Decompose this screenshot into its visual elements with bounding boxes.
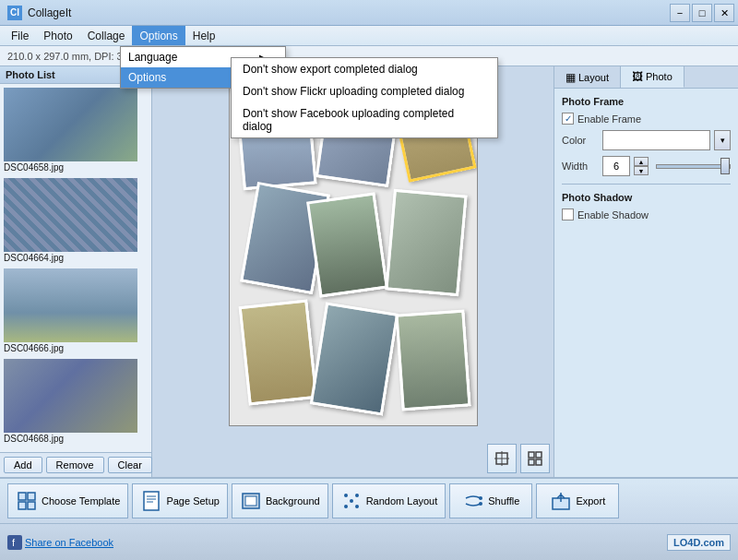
minimize-button[interactable]: − bbox=[670, 4, 690, 22]
width-up-button[interactable]: ▲ bbox=[634, 157, 649, 166]
photo-thumbnail-2 bbox=[4, 178, 137, 252]
menu-file[interactable]: File bbox=[4, 26, 36, 45]
photo-thumbnail-1 bbox=[4, 88, 137, 161]
menu-collage[interactable]: Collage bbox=[80, 26, 133, 45]
svg-rect-6 bbox=[536, 459, 542, 465]
collage-photo-9 bbox=[395, 310, 470, 411]
svg-point-21 bbox=[355, 505, 359, 508]
color-row: Color ▾ bbox=[562, 130, 731, 150]
svg-rect-9 bbox=[18, 502, 26, 509]
shuffle-label: Shuffle bbox=[488, 495, 519, 506]
tab-photo[interactable]: 🖼 Photo bbox=[621, 66, 684, 88]
close-button[interactable]: ✕ bbox=[714, 4, 734, 22]
menu-help[interactable]: Help bbox=[185, 26, 223, 45]
page-setup-icon bbox=[140, 490, 162, 512]
enable-shadow-row: Enable Shadow bbox=[562, 209, 731, 220]
width-label: Width bbox=[562, 161, 599, 172]
choose-template-button[interactable]: Choose Template bbox=[7, 483, 128, 518]
svg-point-17 bbox=[344, 494, 348, 497]
document-info: 210.0 x 297.0 mm, DPI: 300 bbox=[7, 51, 134, 62]
collage-photo-7 bbox=[238, 299, 317, 405]
shuffle-button[interactable]: Shuffle bbox=[449, 483, 532, 518]
svg-point-22 bbox=[479, 496, 482, 500]
random-layout-label: Random Layout bbox=[366, 495, 438, 506]
options-label: Options bbox=[128, 71, 166, 84]
svg-rect-10 bbox=[28, 502, 35, 509]
remove-button[interactable]: Remove bbox=[46, 457, 104, 473]
menu-photo[interactable]: Photo bbox=[36, 26, 79, 45]
photo-list-buttons: Add Remove Clear bbox=[0, 452, 151, 477]
crop-button[interactable] bbox=[487, 444, 517, 473]
no-facebook-dialog-item[interactable]: Don't show Facebook uploading completed … bbox=[232, 102, 497, 137]
no-facebook-dialog-label: Don't show Facebook uploading completed … bbox=[243, 107, 454, 133]
shuffle-icon bbox=[462, 490, 484, 512]
add-button[interactable]: Add bbox=[4, 457, 42, 473]
collage-photo-8 bbox=[309, 302, 399, 415]
maximize-button[interactable]: □ bbox=[692, 4, 712, 22]
svg-rect-5 bbox=[529, 459, 534, 465]
enable-shadow-label: Enable Shadow bbox=[577, 209, 649, 220]
photo-label-4: DSC04668.jpg bbox=[4, 433, 148, 446]
no-export-dialog-item[interactable]: Don't show export completed dialog bbox=[232, 58, 497, 80]
facebook-link-text: Share on Facebook bbox=[25, 537, 113, 548]
list-item[interactable]: DSC04664.jpg bbox=[4, 178, 148, 265]
page-setup-label: Page Setup bbox=[166, 495, 220, 506]
window-controls: − □ ✕ bbox=[670, 4, 734, 22]
svg-rect-3 bbox=[529, 452, 534, 458]
svg-rect-16 bbox=[245, 496, 256, 506]
color-dropdown-arrow[interactable]: ▾ bbox=[714, 130, 731, 150]
no-flickr-dialog-label: Don't show Flickr uploading completed di… bbox=[243, 85, 464, 98]
enable-frame-label: Enable Frame bbox=[577, 113, 641, 125]
facebook-share-link[interactable]: f Share on Facebook bbox=[7, 535, 113, 550]
bottom-toolbar: Choose Template Page Setup Background bbox=[0, 477, 738, 523]
lo4d-logo: LO4D.com bbox=[667, 534, 731, 551]
choose-template-label: Choose Template bbox=[42, 495, 120, 506]
svg-rect-8 bbox=[28, 493, 35, 500]
fit-button[interactable] bbox=[520, 444, 550, 473]
collage-photo-5 bbox=[306, 192, 388, 297]
choose-template-icon bbox=[16, 490, 38, 512]
width-slider[interactable] bbox=[656, 164, 731, 169]
no-flickr-dialog-item[interactable]: Don't show Flickr uploading completed di… bbox=[232, 80, 497, 102]
background-button[interactable]: Background bbox=[232, 483, 328, 518]
enable-frame-row: Enable Frame bbox=[562, 113, 731, 125]
svg-rect-4 bbox=[536, 452, 542, 458]
list-item[interactable]: DSC04666.jpg bbox=[4, 268, 148, 355]
enable-frame-checkbox[interactable] bbox=[562, 113, 574, 125]
width-row: Width 6 ▲ ▼ bbox=[562, 156, 731, 176]
right-panel-tabs: ▦ Layout 🖼 Photo bbox=[554, 66, 738, 89]
background-label: Background bbox=[266, 495, 320, 506]
width-spinner: ▲ ▼ bbox=[634, 157, 649, 175]
watermark: LO4D.com bbox=[667, 534, 731, 551]
app-icon: CI bbox=[7, 6, 22, 20]
svg-point-19 bbox=[350, 499, 353, 503]
list-item[interactable]: DSC04658.jpg bbox=[4, 88, 148, 174]
export-button[interactable]: Export bbox=[536, 483, 619, 518]
layout-tab-icon: ▦ bbox=[565, 71, 576, 84]
background-icon bbox=[240, 490, 262, 512]
title-bar: CI CollageIt − □ ✕ bbox=[0, 0, 738, 26]
right-panel-content: Photo Frame Enable Frame Color ▾ Width 6… bbox=[554, 89, 738, 233]
photo-thumbnail-3 bbox=[4, 268, 137, 342]
page-setup-button[interactable]: Page Setup bbox=[132, 483, 228, 518]
width-down-button[interactable]: ▼ bbox=[634, 166, 649, 175]
menu-options[interactable]: Options bbox=[132, 26, 184, 45]
language-label: Language bbox=[128, 51, 177, 64]
photo-frame-title: Photo Frame bbox=[562, 96, 731, 107]
export-icon bbox=[550, 490, 572, 512]
tab-layout-label: Layout bbox=[578, 72, 609, 83]
enable-shadow-checkbox[interactable] bbox=[562, 209, 574, 220]
clear-button[interactable]: Clear bbox=[108, 457, 152, 473]
svg-point-23 bbox=[479, 502, 482, 506]
photo-list-items: DSC04658.jpg DSC04664.jpg DSC04666.jpg D… bbox=[0, 84, 151, 452]
random-layout-button[interactable]: Random Layout bbox=[332, 483, 446, 518]
color-picker[interactable] bbox=[602, 130, 710, 150]
width-value: 6 bbox=[602, 156, 630, 176]
lo4d-text: LO4D.com bbox=[673, 537, 724, 548]
svg-rect-7 bbox=[18, 493, 26, 500]
width-slider-thumb[interactable] bbox=[720, 158, 730, 174]
list-item[interactable]: DSC04668.jpg bbox=[4, 359, 148, 446]
photo-tab-icon: 🖼 bbox=[632, 70, 643, 83]
tab-layout[interactable]: ▦ Layout bbox=[554, 66, 621, 88]
svg-rect-11 bbox=[144, 492, 159, 510]
